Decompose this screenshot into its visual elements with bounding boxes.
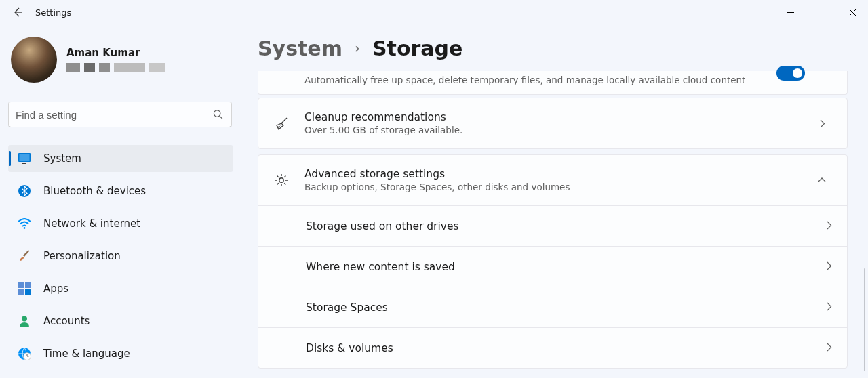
advanced-subtitle: Backup options, Storage Spaces, other di… [304, 182, 797, 192]
nav-item-personalization[interactable]: Personalization [8, 243, 233, 270]
storage-sense-subtitle: Automatically free up space, delete temp… [304, 75, 763, 85]
apps-icon [18, 282, 31, 295]
chevron-right-icon [825, 220, 833, 232]
title-bar: Settings [0, 0, 868, 24]
nav-label: Network & internet [43, 217, 140, 230]
search-icon [213, 109, 223, 120]
profile-email-redacted [66, 63, 165, 72]
svg-point-6 [24, 227, 26, 229]
advanced-title: Advanced storage settings [304, 168, 797, 180]
close-button[interactable] [837, 1, 868, 23]
close-icon [849, 9, 856, 16]
advanced-sublist: Storage used on other drives Where new c… [258, 205, 847, 368]
back-button[interactable] [4, 1, 31, 23]
chevron-right-icon [810, 119, 833, 128]
profile-name: Aman Kumar [66, 47, 165, 59]
profile-section[interactable]: Aman Kumar [8, 37, 243, 83]
monitor-icon [18, 152, 31, 165]
svg-rect-3 [20, 154, 30, 161]
sidebar: Aman Kumar Sys [0, 24, 243, 378]
svg-rect-7 [18, 282, 24, 288]
card-storage-sense[interactable]: Automatically free up space, delete temp… [258, 71, 848, 95]
advanced-header[interactable]: Advanced storage settings Backup options… [258, 155, 847, 205]
cleanup-title: Cleanup recommendations [304, 111, 797, 123]
svg-point-1 [214, 110, 220, 117]
svg-rect-0 [818, 9, 825, 16]
chevron-right-icon [825, 342, 833, 354]
subrow-new-content[interactable]: Where new content is saved [258, 246, 847, 287]
maximize-button[interactable] [806, 1, 837, 23]
subrow-label: Storage Spaces [306, 301, 388, 314]
clock-globe-icon [18, 347, 31, 360]
nav-label: Apps [43, 282, 68, 295]
breadcrumb-parent[interactable]: System [258, 37, 342, 60]
subrow-label: Disks & volumes [306, 342, 393, 354]
nav-item-bluetooth[interactable]: Bluetooth & devices [8, 177, 233, 205]
subrow-storage-spaces[interactable]: Storage Spaces [258, 287, 847, 327]
svg-point-14 [279, 178, 283, 182]
nav-label: System [43, 152, 81, 165]
minimize-button[interactable] [774, 1, 806, 23]
gear-icon [272, 173, 291, 188]
subrow-other-drives[interactable]: Storage used on other drives [258, 205, 847, 246]
svg-rect-10 [25, 289, 31, 295]
broom-icon [272, 116, 291, 131]
svg-rect-9 [18, 289, 24, 295]
chevron-right-icon: › [355, 40, 360, 56]
storage-sense-toggle[interactable] [776, 66, 805, 81]
brush-icon [18, 249, 31, 263]
nav-list: System Bluetooth & devices Network & int… [8, 145, 243, 367]
card-cleanup[interactable]: Cleanup recommendations Over 5.00 GB of … [258, 98, 848, 149]
nav-item-apps[interactable]: Apps [8, 275, 233, 302]
breadcrumb: System › Storage [258, 37, 848, 60]
minimize-icon [787, 9, 794, 16]
subrow-label: Where new content is saved [306, 261, 455, 273]
subrow-disks-volumes[interactable]: Disks & volumes [258, 327, 847, 368]
breadcrumb-current: Storage [372, 37, 462, 60]
search-input[interactable] [16, 109, 213, 121]
subrow-label: Storage used on other drives [306, 220, 459, 232]
avatar [11, 37, 57, 83]
content-area: System › Storage Automatically free up s… [243, 24, 868, 378]
card-advanced: Advanced storage settings Backup options… [258, 154, 848, 369]
svg-point-11 [22, 316, 27, 322]
bluetooth-icon [18, 184, 31, 198]
svg-rect-4 [22, 163, 26, 164]
nav-item-time[interactable]: Time & language [8, 340, 233, 367]
nav-label: Accounts [43, 315, 90, 327]
nav-label: Personalization [43, 250, 121, 262]
svg-rect-8 [25, 282, 31, 288]
nav-item-network[interactable]: Network & internet [8, 210, 233, 237]
arrow-left-icon [12, 7, 23, 18]
nav-label: Bluetooth & devices [43, 185, 146, 197]
wifi-icon [18, 217, 31, 230]
nav-label: Time & language [43, 348, 130, 360]
chevron-up-icon [810, 175, 833, 185]
cleanup-subtitle: Over 5.00 GB of storage available. [304, 125, 797, 135]
nav-item-accounts[interactable]: Accounts [8, 308, 233, 335]
window-title: Settings [35, 7, 71, 18]
nav-item-system[interactable]: System [8, 145, 233, 172]
search-box[interactable] [8, 102, 232, 127]
scrollbar[interactable] [864, 268, 865, 371]
maximize-icon [818, 9, 825, 16]
chevron-right-icon [825, 301, 833, 314]
chevron-right-icon [825, 261, 833, 273]
person-icon [18, 314, 31, 328]
